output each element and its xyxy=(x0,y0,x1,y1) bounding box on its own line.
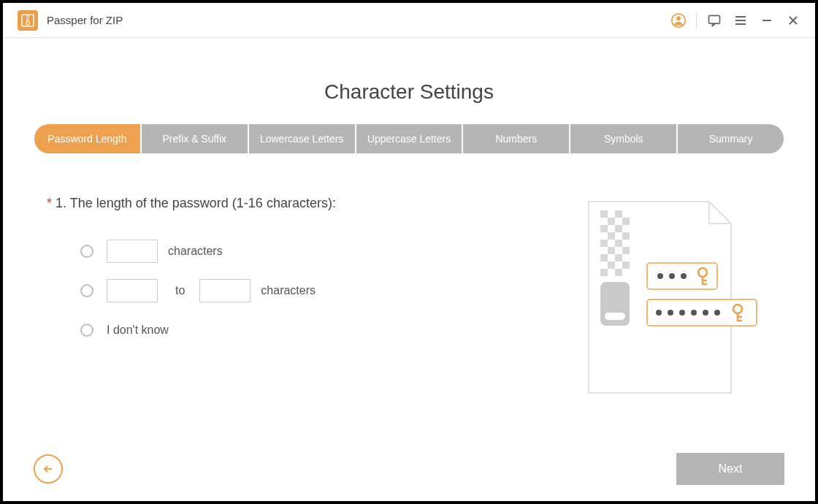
svg-rect-20 xyxy=(608,232,615,240)
label-unknown: I don't know xyxy=(107,324,169,337)
input-range-to[interactable] xyxy=(199,279,251,302)
feedback-button[interactable] xyxy=(701,7,727,34)
tab-symbols[interactable]: Symbols xyxy=(570,124,676,153)
app-logo xyxy=(18,10,38,31)
svg-rect-19 xyxy=(615,225,622,232)
content: * 1. The length of the password (1-16 ch… xyxy=(3,196,815,350)
svg-rect-24 xyxy=(608,247,615,254)
required-mark: * xyxy=(47,196,52,210)
svg-rect-31 xyxy=(615,269,622,276)
titlebar-separator xyxy=(696,12,697,28)
svg-point-43 xyxy=(656,310,662,316)
zip-password-illustration xyxy=(574,196,764,400)
account-button[interactable] xyxy=(665,7,692,34)
app-title: Passper for ZIP xyxy=(47,14,123,26)
svg-point-45 xyxy=(679,310,685,316)
page-title: Character Settings xyxy=(3,80,815,104)
tab-prefix-suffix[interactable]: Prefix & Suffix xyxy=(142,124,248,153)
tabs: Password Length Prefix & Suffix Lowercas… xyxy=(34,124,784,153)
label-range-characters: characters xyxy=(261,284,316,297)
svg-rect-33 xyxy=(605,313,625,320)
svg-rect-21 xyxy=(622,232,630,240)
svg-rect-23 xyxy=(615,240,622,247)
illustration xyxy=(574,196,764,400)
menu-icon xyxy=(734,14,747,27)
close-icon xyxy=(787,15,799,26)
app-window: Passper for ZIP xyxy=(3,3,815,501)
back-button[interactable] xyxy=(34,454,63,484)
minimize-icon xyxy=(761,15,773,26)
svg-rect-4 xyxy=(26,21,29,25)
question-text: 1. The length of the password (1-16 char… xyxy=(56,196,336,210)
svg-point-6 xyxy=(676,16,681,20)
zip-icon xyxy=(21,14,34,27)
chat-icon xyxy=(707,13,722,28)
tab-uppercase[interactable]: Uppercase Letters xyxy=(356,124,462,153)
tab-lowercase[interactable]: Lowercase Letters xyxy=(249,124,355,153)
label-exact-characters: characters xyxy=(168,245,223,258)
person-icon xyxy=(670,12,687,28)
close-button[interactable] xyxy=(780,7,806,34)
svg-rect-27 xyxy=(615,254,622,261)
svg-point-37 xyxy=(681,273,687,279)
svg-rect-26 xyxy=(600,254,608,261)
svg-point-35 xyxy=(657,273,663,279)
svg-point-36 xyxy=(669,273,675,279)
input-range-from[interactable] xyxy=(107,279,158,302)
radio-exact[interactable] xyxy=(80,245,93,258)
radio-range[interactable] xyxy=(80,284,93,297)
label-to: to xyxy=(175,284,185,297)
input-exact-length[interactable] xyxy=(107,240,158,263)
titlebar: Passper for ZIP xyxy=(3,3,815,38)
svg-rect-22 xyxy=(600,240,608,247)
tab-numbers[interactable]: Numbers xyxy=(463,124,569,153)
svg-rect-17 xyxy=(622,218,630,225)
svg-rect-14 xyxy=(600,210,608,218)
footer: Next xyxy=(3,453,815,485)
minimize-button[interactable] xyxy=(754,7,780,34)
tab-summary[interactable]: Summary xyxy=(678,124,784,153)
svg-rect-29 xyxy=(622,261,630,269)
next-button[interactable]: Next xyxy=(676,453,784,485)
svg-point-44 xyxy=(668,310,673,316)
svg-rect-16 xyxy=(608,218,615,225)
svg-rect-18 xyxy=(600,225,608,232)
svg-point-46 xyxy=(691,310,697,316)
svg-point-48 xyxy=(714,310,720,316)
svg-rect-7 xyxy=(709,15,720,23)
menu-button[interactable] xyxy=(727,7,754,34)
tab-password-length[interactable]: Password Length xyxy=(34,124,140,153)
radio-unknown[interactable] xyxy=(80,324,93,337)
svg-rect-25 xyxy=(622,247,630,254)
arrow-left-icon xyxy=(42,462,55,476)
svg-rect-30 xyxy=(600,269,608,276)
svg-rect-15 xyxy=(615,210,622,218)
svg-point-47 xyxy=(703,310,708,316)
svg-rect-28 xyxy=(608,261,615,269)
